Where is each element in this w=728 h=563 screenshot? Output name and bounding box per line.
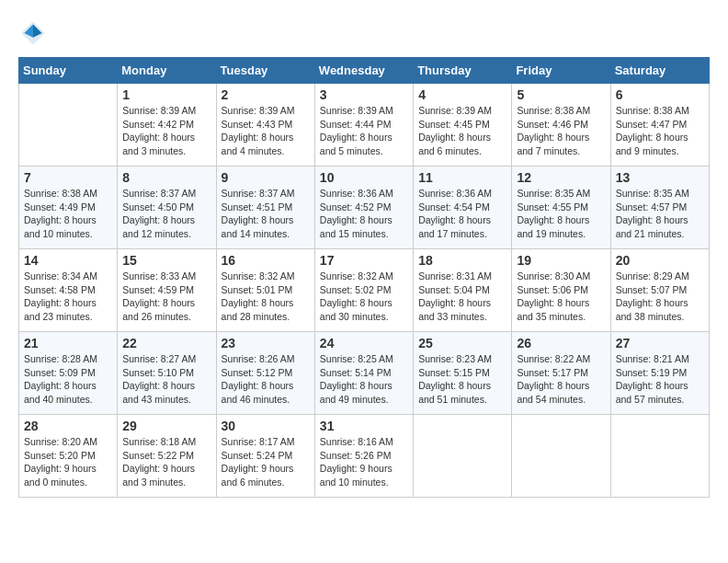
day-number: 26	[517, 336, 605, 350]
day-number: 23	[222, 336, 310, 350]
day-info-line: Sunset: 4:52 PM	[320, 201, 392, 213]
day-info-line: Daylight: 8 hours	[24, 214, 97, 225]
day-number: 8	[122, 170, 210, 185]
column-header-friday: Friday	[512, 58, 610, 84]
day-info-line: Daylight: 8 hours	[616, 132, 688, 143]
day-number: 18	[418, 253, 506, 268]
day-info-line: Sunrise: 8:32 AM	[222, 270, 295, 282]
calendar-cell: 30Sunrise: 8:17 AMSunset: 5:24 PMDayligh…	[216, 415, 314, 498]
day-number: 20	[616, 253, 704, 268]
calendar-cell: 28Sunrise: 8:20 AMSunset: 5:20 PMDayligh…	[19, 415, 118, 498]
day-info-line: and 0 minutes.	[24, 477, 87, 488]
day-info-line: Sunrise: 8:37 AM	[122, 188, 196, 199]
day-info: Sunrise: 8:25 AMSunset: 5:14 PMDaylight:…	[320, 352, 408, 407]
logo-icon	[18, 18, 48, 48]
day-info-line: and 40 minutes.	[24, 394, 93, 405]
calendar-cell	[512, 415, 610, 498]
day-info-line: Daylight: 8 hours	[418, 132, 491, 143]
calendar-cell: 27Sunrise: 8:21 AMSunset: 5:19 PMDayligh…	[610, 332, 709, 415]
day-info-line: Daylight: 8 hours	[24, 380, 97, 391]
day-info-line: Sunrise: 8:17 AM	[222, 436, 295, 447]
day-info-line: Daylight: 8 hours	[517, 132, 589, 143]
calendar-cell: 11Sunrise: 8:36 AMSunset: 4:54 PMDayligh…	[414, 167, 512, 249]
calendar-cell: 26Sunrise: 8:22 AMSunset: 5:17 PMDayligh…	[512, 332, 610, 415]
calendar-cell: 23Sunrise: 8:26 AMSunset: 5:12 PMDayligh…	[216, 332, 314, 415]
day-info: Sunrise: 8:37 AMSunset: 4:51 PMDaylight:…	[222, 187, 310, 241]
day-info-line: and 19 minutes.	[517, 228, 586, 239]
day-info-line: Sunset: 4:43 PM	[222, 119, 293, 130]
day-info: Sunrise: 8:22 AMSunset: 5:17 PMDaylight:…	[517, 352, 605, 407]
day-info-line: Sunrise: 8:38 AM	[24, 188, 97, 199]
day-info: Sunrise: 8:38 AMSunset: 4:47 PMDaylight:…	[616, 104, 704, 158]
day-info: Sunrise: 8:30 AMSunset: 5:06 PMDaylight:…	[517, 270, 605, 324]
day-info: Sunrise: 8:16 AMSunset: 5:26 PMDaylight:…	[320, 435, 408, 489]
day-info-line: Sunrise: 8:38 AM	[517, 105, 590, 116]
day-info: Sunrise: 8:26 AMSunset: 5:12 PMDaylight:…	[222, 352, 310, 407]
calendar-cell: 19Sunrise: 8:30 AMSunset: 5:06 PMDayligh…	[512, 249, 610, 332]
day-info-line: Daylight: 9 hours	[320, 463, 392, 474]
day-info-line: Sunset: 4:47 PM	[616, 119, 688, 130]
day-info-line: Daylight: 8 hours	[122, 297, 195, 308]
column-header-tuesday: Tuesday	[216, 58, 314, 84]
calendar-cell: 10Sunrise: 8:36 AMSunset: 4:52 PMDayligh…	[314, 167, 413, 249]
day-info-line: Sunset: 5:10 PM	[122, 367, 194, 378]
day-number: 17	[320, 253, 408, 268]
day-number: 4	[418, 87, 506, 102]
day-info-line: Daylight: 8 hours	[616, 380, 688, 391]
day-info-line: Sunrise: 8:33 AM	[122, 270, 196, 282]
day-info-line: Daylight: 8 hours	[122, 380, 195, 391]
calendar-cell: 31Sunrise: 8:16 AMSunset: 5:26 PMDayligh…	[314, 415, 413, 498]
day-number: 11	[418, 170, 506, 185]
day-info-line: and 6 minutes.	[418, 145, 482, 156]
day-info-line: and 57 minutes.	[616, 394, 685, 405]
calendar-cell: 24Sunrise: 8:25 AMSunset: 5:14 PMDayligh…	[314, 332, 413, 415]
day-info-line: Sunset: 5:09 PM	[24, 367, 96, 378]
day-info-line: Sunset: 4:57 PM	[616, 201, 688, 213]
day-info-line: Sunrise: 8:16 AM	[320, 436, 393, 447]
column-header-thursday: Thursday	[414, 58, 512, 84]
day-info-line: Sunset: 4:50 PM	[122, 201, 194, 213]
day-info: Sunrise: 8:32 AMSunset: 5:01 PMDaylight:…	[222, 270, 310, 324]
calendar-cell: 4Sunrise: 8:39 AMSunset: 4:45 PMDaylight…	[414, 84, 512, 167]
day-number: 9	[222, 170, 310, 185]
day-info-line: Daylight: 8 hours	[320, 214, 392, 225]
day-info-line: and 26 minutes.	[122, 311, 191, 322]
day-info-line: Daylight: 8 hours	[222, 214, 294, 225]
day-info-line: Sunrise: 8:23 AM	[418, 353, 492, 364]
day-info: Sunrise: 8:21 AMSunset: 5:19 PMDaylight:…	[616, 352, 704, 407]
day-number: 29	[122, 419, 210, 433]
day-number: 21	[24, 336, 112, 350]
day-info-line: and 46 minutes.	[222, 394, 290, 405]
day-info-line: Daylight: 8 hours	[418, 380, 491, 391]
day-info-line: and 17 minutes.	[418, 228, 487, 239]
day-info-line: Daylight: 8 hours	[222, 297, 294, 308]
day-info-line: and 9 minutes.	[616, 145, 679, 156]
day-info-line: Daylight: 8 hours	[517, 297, 589, 308]
day-info-line: and 3 minutes.	[122, 477, 186, 488]
calendar-cell: 12Sunrise: 8:35 AMSunset: 4:55 PMDayligh…	[512, 167, 610, 249]
calendar-cell: 15Sunrise: 8:33 AMSunset: 4:59 PMDayligh…	[118, 249, 216, 332]
day-info-line: Sunset: 5:02 PM	[320, 284, 392, 295]
day-info-line: and 14 minutes.	[222, 228, 290, 239]
day-number: 30	[222, 419, 310, 433]
day-info: Sunrise: 8:32 AMSunset: 5:02 PMDaylight:…	[320, 270, 408, 324]
day-info-line: Sunrise: 8:26 AM	[222, 353, 295, 364]
day-info-line: Sunset: 5:06 PM	[517, 284, 588, 295]
day-info-line: Sunrise: 8:18 AM	[122, 436, 196, 447]
day-info-line: Sunset: 5:15 PM	[418, 367, 490, 378]
day-info-line: Sunrise: 8:21 AM	[616, 353, 689, 364]
day-info-line: Daylight: 9 hours	[122, 463, 195, 474]
day-info-line: Daylight: 8 hours	[222, 380, 294, 391]
day-info-line: Sunset: 4:54 PM	[418, 201, 490, 213]
day-info-line: and 49 minutes.	[320, 394, 389, 405]
day-info: Sunrise: 8:37 AMSunset: 4:50 PMDaylight:…	[122, 187, 210, 241]
day-info-line: Daylight: 8 hours	[616, 214, 688, 225]
day-info-line: and 33 minutes.	[418, 311, 487, 322]
day-info-line: Sunset: 5:24 PM	[222, 450, 293, 461]
day-info-line: Daylight: 8 hours	[24, 297, 97, 308]
day-info-line: and 35 minutes.	[517, 311, 586, 322]
calendar-cell	[19, 84, 118, 167]
day-info: Sunrise: 8:39 AMSunset: 4:45 PMDaylight:…	[418, 104, 506, 158]
day-info-line: and 38 minutes.	[616, 311, 685, 322]
day-info-line: Sunset: 5:19 PM	[616, 367, 688, 378]
